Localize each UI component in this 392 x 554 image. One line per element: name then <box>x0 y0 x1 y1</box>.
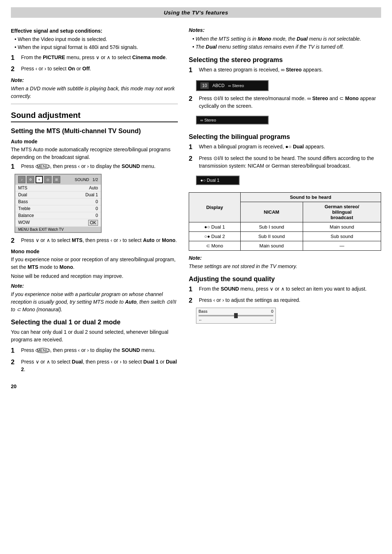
header-title: Using the TV's features <box>164 9 228 16</box>
menu-row-value: OK <box>88 220 98 226</box>
menu-row-value: 0 <box>95 213 98 218</box>
menu-footer: MENU Back EXIT Watch TV <box>15 227 101 232</box>
step-number: 2 <box>11 237 18 245</box>
menu-row-value: 0 <box>95 199 98 204</box>
step-content: Press ∨ or ∧ to select MTS, then press ‹… <box>21 237 178 244</box>
step-number: 2 <box>189 95 196 103</box>
stereo-step-2: 2 Press ⊙I/II to select the stereo/monau… <box>189 95 381 110</box>
table-cell-german: — <box>303 241 381 250</box>
note-label: Note: <box>189 254 381 262</box>
divider <box>11 104 178 104</box>
menu-title: SOUND <box>75 177 89 182</box>
tv-stereo-icon: ∞ Stereo <box>228 83 244 88</box>
signal-bullet-1: When the Video input mode is selected. <box>15 35 178 43</box>
mono-mode-desc: If you experience noise or poor receptio… <box>11 256 178 271</box>
left-column: Effective signal and setup conditions: W… <box>11 24 178 376</box>
cinema-step-2: 2 Press ‹ or › to select On or Off. <box>11 65 178 73</box>
bilingual-step-2: 2 Press ⊙I/II to select the sound to be … <box>189 155 381 170</box>
table-header-german: German stereo/bilingualbroadcast <box>303 202 381 222</box>
mono-mode-title: Mono mode <box>11 249 178 254</box>
table-row: ○● Dual 2 Sub II sound Sub sound <box>189 231 381 241</box>
menu-row-wow: WOW OK <box>15 219 101 227</box>
step-content: Press ‹ or › to select On or Off. <box>21 65 178 73</box>
notes-block: Notes: When the MTS setting is in Mono m… <box>189 26 381 51</box>
table-cell-display: ⊂ Mono <box>189 241 241 250</box>
table-cell-german: Main sound <box>303 222 381 231</box>
table-cell-german: Sub sound <box>303 231 381 241</box>
page-header: Using the TV's features <box>11 7 381 18</box>
sound-quality-title: Adjusting the sound quality <box>189 275 381 283</box>
step-number: 2 <box>189 155 196 163</box>
table-cell-display: ○● Dual 2 <box>189 231 241 241</box>
dual-section-title: Selecting the dual 1 or dual 2 mode <box>11 319 178 326</box>
auto-step-1: 1 Press MENU, then press ‹ or › to displ… <box>11 163 178 171</box>
page-number: 20 <box>11 383 381 389</box>
bass-slider: Bass 0 ← → <box>196 308 276 324</box>
signal-title: Effective signal and setup conditions: <box>11 28 178 34</box>
note-text: If you experience noise with a particula… <box>11 291 178 313</box>
mono-note: Note: If you experience noise with a par… <box>11 282 178 313</box>
step-content: When a stereo program is received, ∞ Ste… <box>199 66 381 74</box>
step-number: 1 <box>189 66 196 74</box>
step-content: Press ⊙I/II to select the sound to be he… <box>199 155 381 170</box>
tv-stereo-icon: ∞ Stereo <box>200 118 216 122</box>
menu-row-value: Dual 1 <box>85 192 98 197</box>
table-cell-nicam: Main sound <box>240 241 303 250</box>
menu-row-label: Dual <box>18 192 27 197</box>
step-content: Press ⊙I/II to select the stereo/monaura… <box>199 95 381 110</box>
bass-label: Bass <box>199 309 207 313</box>
menu-page: 1/2 <box>93 177 98 182</box>
step-number: 2 <box>11 358 18 366</box>
step-content: Press MENU, then press ‹ or › to display… <box>21 163 178 170</box>
note-item-2: The Dual menu setting status remains eve… <box>192 43 381 51</box>
menu-icons: ♪ ⚙ ≡ ◎ ⊞ <box>18 176 60 183</box>
notes-label: Notes: <box>189 26 381 34</box>
footer-text: MENU Back EXIT Watch TV <box>18 227 64 231</box>
bilingual-title: Selecting the bilingual programs <box>189 133 381 141</box>
step-content: From the PICTURE menu, press ∨ or ∧ to s… <box>21 54 178 61</box>
quality-step-2: 2 Press ‹ or › to adjust the settings as… <box>189 296 381 305</box>
note-text: When a DVD movie with subtitle is playin… <box>11 85 178 100</box>
table-note: Note: These settings are not stored in t… <box>189 254 381 270</box>
table-row: ●○ Dual 1 Sub I sound Main sound <box>189 222 381 231</box>
auto-mode-title: Auto mode <box>11 139 178 144</box>
bass-right-arrow: → <box>269 318 273 322</box>
note-text: These settings are not stored in the TV … <box>189 263 381 270</box>
tv-screen-stereo2: ∞ Stereo <box>196 116 269 124</box>
step-number: 1 <box>189 143 196 151</box>
table-cell-display: ●○ Dual 1 <box>189 222 241 231</box>
step-number: 2 <box>11 65 18 73</box>
bass-arrows: ← → <box>199 318 273 322</box>
menu-icon-4: ◎ <box>44 176 52 183</box>
stereo-title: Selecting the stereo programs <box>189 56 381 64</box>
menu-row-value: 0 <box>95 206 98 211</box>
dual-step-1: 1 Press MENU, then press ‹ or › to displ… <box>11 346 178 355</box>
auto-mode-desc: The MTS Auto mode automatically recogniz… <box>11 146 178 161</box>
notes-list: When the MTS setting is in Mono mode, th… <box>189 35 381 51</box>
menu-row-label: WOW <box>18 220 30 226</box>
step-content: When a bilingual program is received, ●○… <box>199 143 381 151</box>
menu-icon-1: ♪ <box>18 176 25 183</box>
bass-left-arrow: ← <box>199 318 203 322</box>
signal-bullets: When the Video input mode is selected. W… <box>11 35 178 52</box>
table-header-nicam: NICAM <box>240 202 303 222</box>
cinema-note: Note: When a DVD movie with subtitle is … <box>11 77 178 100</box>
table-cell-nicam: Sub I sound <box>240 222 303 231</box>
table-cell-nicam: Sub II sound <box>240 231 303 241</box>
stereo-step-1: 1 When a stereo program is received, ∞ S… <box>189 66 381 74</box>
table-header-sound: Sound to be heard <box>240 192 381 202</box>
menu-row-value: Auto <box>89 185 98 190</box>
auto-step-2: 2 Press ∨ or ∧ to select MTS, then press… <box>11 237 178 245</box>
step-number: 2 <box>189 296 196 305</box>
dual-text: ●○ Dual 1 <box>200 178 220 183</box>
menu-row-label: Treble <box>18 206 30 211</box>
menu-icon-5: ⊞ <box>53 176 60 183</box>
menu-row-bass: Bass 0 <box>15 198 101 205</box>
menu-row-treble: Treble 0 <box>15 205 101 212</box>
tv-screen-stereo1: 10 ABCD ∞ Stereo <box>196 80 269 91</box>
mono-mode-desc2: Noise will be reduced and reception may … <box>11 272 178 280</box>
dual-step-2: 2 Press ∨ or ∧ to select Dual, then pres… <box>11 358 178 373</box>
tv-screen-inner: ∞ Stereo <box>200 118 264 122</box>
cinema-step-1: 1 From the PICTURE menu, press ∨ or ∧ to… <box>11 54 178 62</box>
menu-title-page: SOUND 1/2 <box>75 177 98 182</box>
